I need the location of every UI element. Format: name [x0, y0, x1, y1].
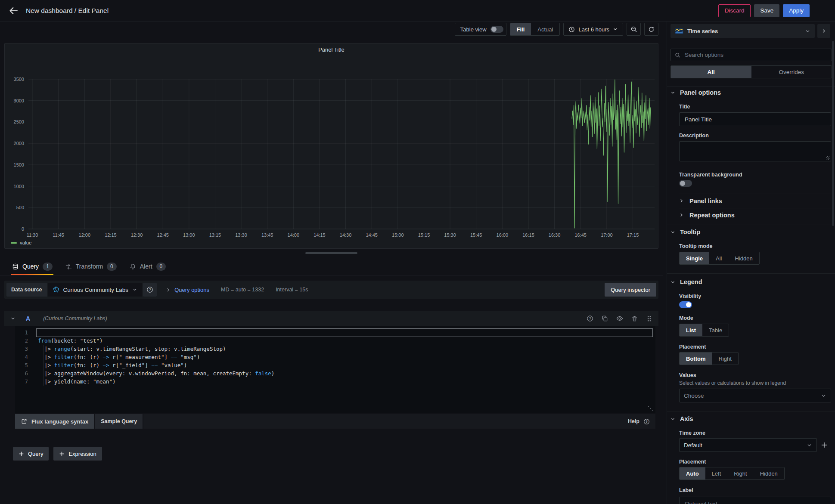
axis-placement-segment-option-hidden[interactable]: Hidden: [754, 467, 784, 479]
chevron-down-icon: [670, 90, 675, 95]
tooltip-mode-segment-option-all[interactable]: All: [709, 252, 728, 264]
filter-tab-overrides[interactable]: Overrides: [751, 66, 832, 78]
collapse-options-button[interactable]: [817, 24, 830, 38]
breadcrumb: New dashboard / Edit Panel: [26, 7, 109, 15]
svg-text:12:30: 12:30: [131, 232, 143, 238]
panel-title[interactable]: Panel Title: [5, 46, 658, 53]
sample-query-button[interactable]: Sample Query: [95, 414, 143, 429]
legend-values-placeholder: Choose: [684, 393, 704, 399]
legend-placement-segment-option-right[interactable]: Right: [712, 352, 738, 365]
flux-syntax-button[interactable]: Flux language syntax: [15, 414, 94, 429]
query-collapse-chevron-icon[interactable]: [10, 316, 16, 321]
section-tooltip[interactable]: Tooltip: [670, 229, 700, 235]
axis-placement-segment-option-auto[interactable]: Auto: [680, 467, 705, 479]
repeat-options-row[interactable]: Repeat options: [679, 208, 831, 222]
fill-actual-segment-option-fill[interactable]: Fill: [510, 23, 531, 35]
legend-values-select[interactable]: Choose: [679, 389, 831, 402]
legend-placement-segment-option-bottom[interactable]: Bottom: [680, 352, 712, 365]
query-options-chevron-icon[interactable]: [166, 288, 171, 292]
options-search[interactable]: [670, 49, 832, 61]
query-ref-id[interactable]: A: [26, 315, 30, 322]
add-timezone-button[interactable]: [821, 442, 828, 448]
tab-query-count: 1: [43, 263, 53, 271]
panel-resize-handle[interactable]: [305, 252, 357, 254]
code-line-4[interactable]: 4 |> filter(fn: (r) => r["_measurement"]…: [15, 353, 655, 361]
section-axis[interactable]: Axis: [670, 415, 693, 422]
panel-title-input[interactable]: [684, 116, 826, 123]
code-line-5[interactable]: 5 |> filter(fn: (r) => r["_field"] == "v…: [15, 361, 655, 369]
code-line-6[interactable]: 6 |> aggregateWindow(every: v.windowPeri…: [15, 369, 655, 377]
time-range-picker[interactable]: Last 6 hours: [563, 23, 623, 36]
query-options-link[interactable]: Query options: [174, 287, 209, 293]
svg-text:13:45: 13:45: [261, 232, 273, 238]
help-label[interactable]: Help: [628, 418, 639, 424]
duplicate-query-icon[interactable]: [602, 315, 608, 322]
tooltip-mode-segment-option-single[interactable]: Single: [680, 252, 709, 264]
datasource-help-button[interactable]: ?: [143, 283, 157, 297]
code-line-7[interactable]: 7 |> yield(name: "mean"): [15, 377, 655, 386]
datasource-picker[interactable]: Curious Community Labs: [48, 283, 143, 297]
discard-button[interactable]: Discard: [718, 4, 751, 17]
add-query-button[interactable]: Query: [13, 447, 49, 461]
tooltip-mode-segment-option-hidden[interactable]: Hidden: [728, 252, 759, 264]
code-line-2[interactable]: 2from(bucket: "test"): [15, 337, 655, 345]
svg-text:13:30: 13:30: [235, 232, 247, 238]
legend-series-label[interactable]: value: [20, 240, 32, 245]
back-arrow-icon[interactable]: [9, 6, 18, 15]
svg-text:3000: 3000: [14, 98, 24, 103]
zoom-out-button[interactable]: [627, 23, 641, 36]
axis-timezone-select[interactable]: Default: [679, 438, 817, 452]
panel-links-row[interactable]: Panel links: [679, 194, 831, 208]
svg-text:15:15: 15:15: [418, 232, 430, 238]
help-circle-icon[interactable]: ?: [643, 418, 650, 425]
axis-label-input[interactable]: [684, 500, 826, 504]
interval-text: Interval = 15s: [276, 287, 308, 293]
section-legend[interactable]: Legend: [670, 278, 702, 285]
svg-text:16:00: 16:00: [497, 232, 509, 238]
section-panel-options[interactable]: Panel options: [670, 89, 721, 96]
repeat-options-label: Repeat options: [689, 212, 735, 219]
hide-query-icon[interactable]: [616, 315, 623, 322]
line-text: |> yield(name: "mean"): [38, 377, 116, 386]
legend-mode-segment-option-table[interactable]: Table: [702, 324, 729, 336]
svg-text:1500: 1500: [14, 162, 24, 167]
description-textarea[interactable]: [679, 141, 831, 161]
line-number: 4: [15, 353, 28, 361]
filter-tab-all[interactable]: All: [671, 66, 751, 78]
axis-placement-segment: AutoLeftRightHidden: [679, 467, 785, 480]
editor-resize-handle-icon[interactable]: [650, 408, 651, 409]
query-help-icon[interactable]: ?: [587, 315, 593, 322]
code-line-1[interactable]: 1: [15, 328, 655, 337]
apply-button[interactable]: Apply: [783, 4, 810, 17]
axis-placement-segment-option-right[interactable]: Right: [727, 467, 753, 479]
sidebar-scrollbar[interactable]: [832, 41, 834, 226]
save-button[interactable]: Save: [754, 4, 779, 17]
visualization-picker[interactable]: Time series: [670, 24, 815, 38]
table-view-toggle[interactable]: [490, 26, 503, 33]
delete-query-icon[interactable]: [631, 315, 638, 322]
fill-actual-segment-option-actual[interactable]: Actual: [531, 23, 559, 35]
svg-text:14:15: 14:15: [314, 232, 326, 238]
tab-query[interactable]: Query 1: [12, 258, 53, 275]
code-line-3[interactable]: 3 |> range(start: v.timeRangeStart, stop…: [15, 345, 655, 353]
tab-transform[interactable]: Transform 0: [65, 258, 117, 275]
query-inspector-button[interactable]: Query inspector: [605, 283, 656, 297]
svg-text:13:15: 13:15: [209, 232, 221, 238]
drag-handle-icon[interactable]: [646, 315, 652, 322]
title-field-label: Title: [679, 104, 690, 110]
chevron-down-icon: [670, 280, 675, 284]
tab-transform-count: 0: [107, 263, 117, 271]
options-search-input[interactable]: [684, 51, 828, 59]
legend-visibility-toggle[interactable]: [679, 301, 692, 308]
section-title: Tooltip: [680, 229, 700, 235]
transparent-bg-toggle[interactable]: [679, 180, 692, 187]
add-expression-button[interactable]: Expression: [53, 447, 102, 461]
tab-alert[interactable]: Alert 0: [130, 258, 166, 275]
axis-placement-segment-option-left[interactable]: Left: [705, 467, 728, 479]
refresh-button[interactable]: [644, 23, 658, 36]
line-number: 7: [15, 377, 28, 386]
flux-code-editor[interactable]: 12from(bucket: "test")3 |> range(start: …: [15, 326, 655, 413]
datasource-label: Data source: [6, 283, 47, 297]
legend-mode-segment-option-list[interactable]: List: [680, 324, 702, 336]
line-number: 3: [15, 345, 28, 353]
